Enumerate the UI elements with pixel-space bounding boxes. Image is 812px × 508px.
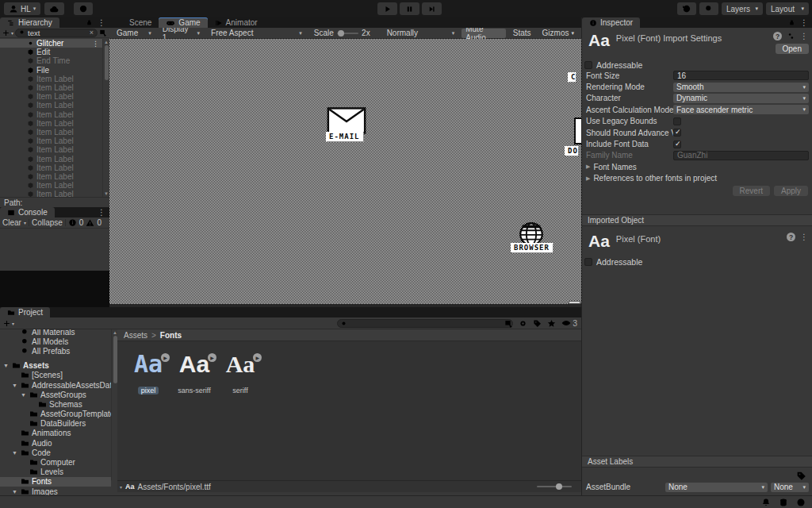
foldout-arrow-icon[interactable]: ▼ [11, 489, 18, 495]
breadcrumb-root[interactable]: Assets [124, 331, 147, 340]
hierarchy-item[interactable]: Glitcher ⋮ [0, 39, 102, 48]
hierarchy-item[interactable]: Item Label [0, 101, 102, 110]
folder-tree-item[interactable]: ▼ AssetGroups [0, 390, 111, 399]
scale-slider[interactable] [337, 33, 358, 34]
kebab-menu-icon[interactable]: ⋮ [800, 233, 808, 241]
mute-audio-toggle[interactable]: Mute Audio [462, 29, 506, 38]
folder-tree-item[interactable]: Levels [0, 468, 111, 477]
pick-window-icon[interactable] [504, 319, 513, 328]
game-target-dropdown[interactable]: Game▾ [113, 29, 155, 38]
tab-game[interactable]: Game [159, 17, 207, 28]
tag-icon[interactable] [796, 471, 806, 481]
addressable-checkbox[interactable] [584, 258, 592, 266]
kebab-menu-icon[interactable]: ⋮ [800, 19, 808, 27]
scroll-down-icon[interactable]: ▼ [104, 191, 109, 196]
tab-console[interactable]: Console [0, 207, 55, 217]
folder-tree-item[interactable]: Schemas [0, 399, 111, 409]
kebab-menu-icon[interactable]: ⋮ [98, 19, 105, 27]
layers-dropdown[interactable]: Layers▾ [722, 2, 763, 15]
foldout-arrow-icon[interactable]: ▼ [11, 450, 18, 456]
folder-tree-item[interactable]: All Materials [0, 329, 111, 337]
folder-tree-item[interactable]: Animations [0, 429, 111, 438]
search-by-type-icon[interactable] [519, 319, 527, 328]
hierarchy-item[interactable]: File [0, 66, 102, 75]
hierarchy-item[interactable]: Edit [0, 48, 102, 56]
pick-window-icon[interactable] [99, 29, 107, 37]
expand-badge-icon[interactable] [161, 353, 170, 362]
rendering-mode-dropdown[interactable]: Smooth▾ [673, 83, 809, 92]
chevron-down-icon[interactable]: ▾ [11, 30, 13, 36]
include-font-data-checkbox[interactable] [673, 140, 681, 148]
plus-icon[interactable] [2, 29, 10, 37]
expand-badge-icon[interactable] [253, 353, 262, 362]
ascent-mode-dropdown[interactable]: Face ascender metric▾ [673, 105, 809, 114]
tab-animator[interactable]: Animator [208, 17, 265, 28]
scrollbar-thumb[interactable] [105, 45, 109, 80]
hierarchy-search-input[interactable]: text × [15, 29, 98, 37]
zoom-slider-knob[interactable] [556, 483, 562, 490]
font-names-foldout[interactable]: ▶ Font Names [582, 161, 812, 172]
hierarchy-item[interactable]: Item Label [0, 145, 102, 154]
hierarchy-item[interactable]: Item Label [0, 128, 102, 137]
help-icon[interactable]: ? [787, 233, 795, 241]
hierarchy-item[interactable]: Item Label [0, 154, 102, 163]
character-dropdown[interactable]: Dynamic▾ [673, 94, 809, 103]
expand-badge-icon[interactable] [208, 353, 216, 362]
assetbundle-dropdown[interactable]: None▾ [665, 483, 768, 492]
chevron-down-icon[interactable]: ▾ [24, 220, 26, 225]
folder-tree-item[interactable]: ▼ AddressableAssetsData [0, 380, 111, 390]
folder-tree-item[interactable]: ▼ Code [0, 448, 111, 457]
foldout-arrow-icon[interactable]: ▼ [20, 392, 27, 398]
help-icon[interactable]: ? [773, 32, 782, 40]
lock-icon[interactable] [788, 19, 795, 26]
cache-server-icon[interactable] [779, 498, 788, 507]
folder-tree-item[interactable]: All Prefabs [0, 346, 111, 356]
font-asset[interactable]: Aa seriff [219, 352, 262, 394]
kebab-menu-icon[interactable]: ⋮ [92, 40, 102, 48]
aspect-dropdown[interactable]: Free Aspect▾ [207, 29, 306, 38]
play-focus-dropdown[interactable]: Normally▾ [383, 29, 459, 38]
hierarchy-item[interactable]: Item Label [0, 164, 102, 172]
project-search-input[interactable] [337, 319, 513, 328]
stats-toggle[interactable]: Stats [509, 29, 535, 38]
chevron-down-icon[interactable]: ▾ [12, 321, 14, 326]
hierarchy-item[interactable]: End Time [0, 56, 102, 65]
folder-tree-item[interactable]: Audio [0, 438, 111, 448]
hierarchy-item[interactable]: Item Label [0, 83, 102, 92]
hierarchy-scrollbar[interactable]: ▲ ▼ [102, 39, 109, 197]
folder-tree-item[interactable]: Fonts [0, 477, 111, 487]
chevron-down-icon[interactable]: ▾ [120, 484, 122, 490]
plus-icon[interactable] [3, 320, 10, 327]
legacy-bounds-checkbox[interactable] [673, 117, 681, 125]
folder-tree-item[interactable]: Computer [0, 457, 111, 467]
search-button[interactable] [699, 2, 718, 15]
display-dropdown[interactable]: Display 1▾ [159, 29, 204, 38]
search-by-label-icon[interactable] [533, 319, 542, 328]
scale-slider-knob[interactable] [338, 30, 344, 37]
hidden-packages-toggle[interactable]: 3 [561, 318, 577, 328]
hierarchy-item[interactable]: Item Label [0, 181, 102, 190]
assetbundle-variant-dropdown[interactable]: None▾ [771, 483, 809, 492]
favorites-star-icon[interactable] [547, 319, 556, 328]
undo-history-button[interactable] [677, 2, 696, 15]
hierarchy-item[interactable]: Item Label [0, 92, 102, 101]
breadcrumb-current[interactable]: Fonts [160, 331, 182, 340]
font-size-input[interactable]: 16 [673, 71, 809, 80]
account-button[interactable]: HL ▾ [4, 2, 40, 15]
check-circle-icon[interactable] [796, 498, 806, 507]
tab-inspector[interactable]: Inspector [582, 17, 640, 28]
gizmos-dropdown[interactable]: Gizmos▾ [538, 29, 578, 38]
folder-tree-item[interactable]: [Scenes] [0, 371, 111, 380]
hierarchy-item[interactable]: Item Label [0, 75, 102, 83]
folder-tree-item[interactable]: All Models [0, 337, 111, 346]
tab-scene[interactable]: Scene [111, 17, 159, 28]
version-control-button[interactable] [74, 2, 93, 15]
hierarchy-item[interactable]: Item Label [0, 190, 102, 197]
scroll-up-icon[interactable]: ▲ [104, 40, 109, 44]
thumbnail-zoom-slider[interactable] [537, 486, 572, 487]
bell-slash-icon[interactable] [761, 498, 771, 507]
console-clear-button[interactable]: Clear [2, 218, 21, 227]
addressable-checkbox[interactable] [584, 61, 592, 69]
scrollbar-thumb[interactable] [113, 336, 117, 383]
folder-tree-item[interactable]: ▼ Images [0, 487, 111, 495]
